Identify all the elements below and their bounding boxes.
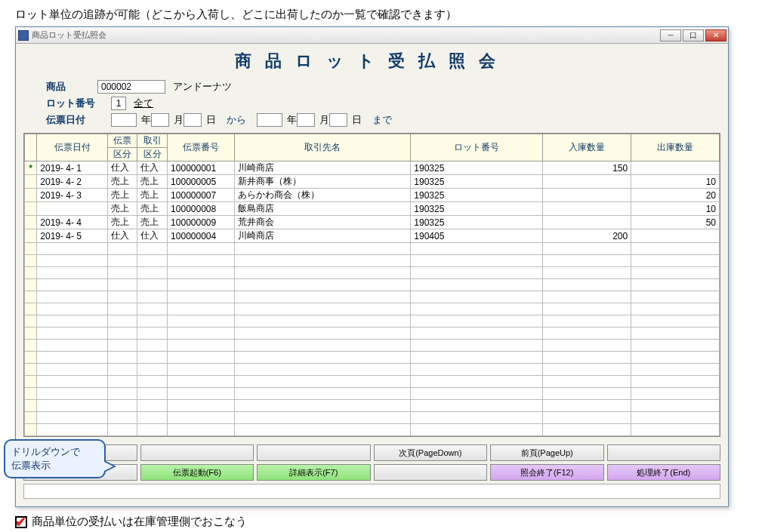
slip-open-button[interactable]: 伝票起動(F6) — [140, 464, 255, 481]
to-year-input[interactable] — [257, 113, 282, 127]
table-row — [25, 291, 720, 303]
slip-date-label: 伝票日付 — [46, 113, 105, 127]
col-lot: ロット番号 — [411, 134, 543, 161]
unit-month2: 月 — [319, 113, 329, 127]
table-row[interactable]: 2019- 4- 2売上売上100000005新井商事（株）19032510 — [25, 175, 720, 189]
screen-title: 商品ロット受払照会 — [23, 50, 720, 72]
btn-empty-4 — [607, 444, 721, 461]
col-deal-kbn1: 取引 — [137, 134, 168, 148]
result-grid: 伝票日付 伝票 取引 伝票番号 取引先名 ロット番号 入庫数量 出庫数量 区分 … — [23, 133, 720, 437]
table-row — [25, 388, 720, 400]
app-icon — [18, 30, 29, 41]
product-label: 商品 — [46, 80, 91, 94]
product-code-input[interactable] — [97, 80, 165, 94]
lot-no-suffix: 全て — [134, 97, 153, 110]
col-out: 出庫数量 — [631, 134, 720, 161]
col-in: 入庫数量 — [543, 134, 631, 161]
titlebar: 商品ロット受払照会 ─ 口 ✕ — [16, 27, 728, 44]
table-row — [25, 315, 720, 328]
table-row — [25, 400, 720, 412]
table-row — [25, 303, 720, 315]
col-marker — [25, 134, 37, 161]
col-date: 伝票日付 — [37, 134, 107, 161]
unit-day2: 日 — [352, 113, 362, 127]
product-name: アンドーナツ — [173, 80, 232, 94]
col-slip-kbn1: 伝票 — [107, 134, 137, 148]
from-day-input[interactable] — [184, 113, 202, 127]
btn-empty-3 — [257, 444, 371, 461]
from-label: から — [227, 113, 246, 127]
table-row — [25, 255, 720, 267]
table-row — [25, 352, 720, 364]
titlebar-text: 商品ロット受払照会 — [32, 29, 106, 41]
page-up-button[interactable]: 前頁(PageUp) — [490, 444, 604, 461]
table-row — [25, 243, 720, 255]
bottom-note: 商品単位の受払いは在庫管理側でおこなう — [32, 515, 247, 529]
table-row — [25, 279, 720, 291]
from-month-input[interactable] — [151, 113, 169, 127]
detail-button[interactable]: 詳細表示(F7) — [257, 464, 371, 481]
table-row[interactable]: 2019- 4- 4売上売上100000009荒井商会19032550 — [25, 216, 720, 229]
col-partner: 取引先名 — [234, 134, 411, 161]
page-caption: ロット単位の追跡が可能（どこから入荷し、どこに出荷したのか一覧で確認できます） — [15, 8, 747, 22]
col-slip-no: 伝票番号 — [168, 134, 235, 161]
unit-month: 月 — [174, 113, 184, 127]
minimize-button[interactable]: ─ — [660, 29, 681, 42]
message-bar — [23, 484, 720, 499]
table-row[interactable]: 売上売上100000008飯島商店19032510 — [25, 202, 720, 216]
btn-empty-6 — [374, 464, 488, 481]
app-window: 商品ロット受払照会 ─ 口 ✕ 商品ロット受払照会 商品 アンドーナツ ロット番… — [15, 26, 729, 507]
footer-buttons: 次頁(PageDown) 前頁(PageUp) 伝票起動(F6) 詳細表示(F7… — [23, 444, 720, 499]
table-row[interactable]: 2019- 4- 3売上売上100000007あらかわ商会（株）19032520 — [25, 189, 720, 202]
close-button[interactable]: ✕ — [705, 29, 727, 42]
drilldown-callout: ドリルダウンで 伝票表示 — [4, 439, 106, 478]
table-row — [25, 376, 720, 388]
to-label: まで — [372, 113, 392, 127]
unit-year: 年 — [141, 113, 151, 127]
col-deal-kbn2: 区分 — [137, 148, 168, 161]
table-row — [25, 424, 720, 436]
col-slip-kbn2: 区分 — [107, 148, 137, 161]
table-row — [25, 340, 720, 352]
page-down-button[interactable]: 次頁(PageDown) — [374, 444, 488, 461]
unit-year2: 年 — [287, 113, 297, 127]
check-icon — [15, 516, 27, 528]
table-row — [25, 328, 720, 340]
proc-end-button[interactable]: 処理終了(End) — [607, 464, 721, 481]
to-month-input[interactable] — [297, 113, 315, 127]
table-row — [25, 364, 720, 376]
table-row[interactable]: 2019- 4- 5仕入仕入100000004川崎商店190405200 — [25, 229, 720, 243]
unit-day: 日 — [206, 113, 216, 127]
query-end-button[interactable]: 照会終了(F12) — [490, 464, 604, 481]
lot-no-input[interactable] — [111, 97, 126, 110]
btn-empty-2 — [140, 444, 255, 461]
table-row[interactable]: *2019- 4- 1仕入仕入100000001川崎商店190325150 — [25, 161, 720, 175]
table-row — [25, 267, 720, 279]
table-row — [25, 412, 720, 424]
maximize-button[interactable]: 口 — [683, 29, 704, 42]
from-year-input[interactable] — [111, 113, 137, 127]
lot-no-label: ロット番号 — [46, 97, 105, 110]
to-day-input[interactable] — [329, 113, 347, 127]
